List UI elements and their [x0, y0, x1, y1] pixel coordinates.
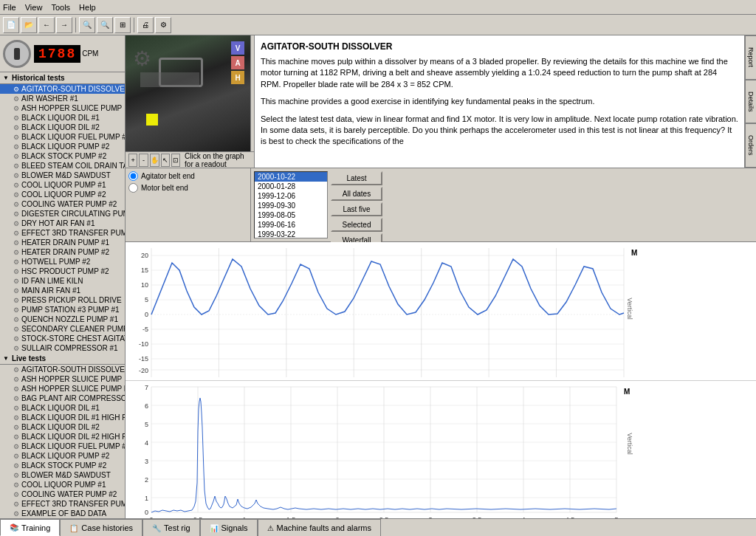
live-black-liq-dil2[interactable]: BLACK LIQUOR DIL #2	[0, 422, 125, 432]
live-bag-plant[interactable]: BAG PLANT AIR COMPRESSOR	[0, 394, 125, 403]
date-item-6[interactable]: 1999-03-22	[255, 230, 327, 238]
menu-tools[interactable]: Tools	[51, 3, 70, 12]
date-item-1[interactable]: 2000-01-28	[255, 182, 327, 191]
live-black-stock2[interactable]: BLACK STOCK PUMP #2	[0, 461, 125, 470]
live-tests-list: AGITATOR-SOUTH DISSOLVER ASH HOPPER SLUI…	[0, 365, 125, 518]
live-bad-data[interactable]: EXAMPLE OF BAD DATA	[0, 509, 125, 518]
back-button[interactable]: ←	[38, 17, 55, 33]
case-histories-icon: 📋	[69, 524, 78, 532]
open-button[interactable]: 📂	[21, 17, 37, 33]
tree-item-pump-station3[interactable]: PUMP STATION #3 PUMP #1	[0, 305, 125, 315]
report-tab[interactable]: Report	[745, 35, 756, 80]
live-black-liq-dil2-high[interactable]: BLACK LIQUOR DIL #2 HIGH RES	[0, 432, 125, 441]
tree-item-main-air[interactable]: MAIN AIR FAN #1	[0, 286, 125, 295]
svg-text:Vertical: Vertical	[626, 298, 633, 320]
svg-text:M: M	[631, 249, 637, 257]
live-tests-header[interactable]: Live tests	[0, 353, 125, 365]
orders-tab[interactable]: Orders	[745, 123, 756, 168]
tree-item-sullair[interactable]: SULLAIR COMPRESSOR #1	[0, 343, 125, 353]
tree-item-digester[interactable]: DIGESTER CIRCULATING PUMP.	[0, 209, 125, 219]
top-chart[interactable]: 20 15 10 5 0 -5 -10 -15 -20 0 0,05	[126, 242, 756, 381]
menu-view[interactable]: View	[25, 3, 43, 12]
live-blower-md[interactable]: BLOWER M&D SAWDUST	[0, 470, 125, 480]
tree-item-hotwell2[interactable]: HOTWELL PUMP #2	[0, 257, 125, 267]
tree-item-black-liq-dil1[interactable]: BLACK LIQUOR DIL #1	[0, 113, 125, 123]
img-zoom-out[interactable]: -	[139, 154, 148, 167]
tree-item-heater-drain2[interactable]: HEATER DRAIN PUMP #2	[0, 247, 125, 257]
belt-radio-motor[interactable]	[128, 183, 138, 193]
tab-training[interactable]: 📚 Training	[0, 519, 60, 536]
tree-item-black-liq-dil2[interactable]: BLACK LIQUOR DIL #2	[0, 123, 125, 132]
tree-item-agitator-south[interactable]: AGITATOR-SOUTH DISSOLVER	[0, 84, 125, 94]
menu-help[interactable]: Help	[79, 3, 96, 12]
latest-button[interactable]: Latest	[331, 171, 382, 185]
img-hand[interactable]: ✋	[150, 154, 159, 167]
menu-file[interactable]: File	[3, 3, 16, 12]
tree-item-black-liq-fuel2[interactable]: BLACK LIQUOR FUEL PUMP #2	[0, 132, 125, 142]
settings-button[interactable]: ⚙	[155, 17, 171, 33]
tree-item-secondary-cleaner[interactable]: SECONDARY CLEANER PUMP	[0, 324, 125, 334]
live-ash-hopper-high[interactable]: ASH HOPPER SLUICE PUMP HIGH	[0, 384, 125, 394]
vah-a-label: A	[231, 56, 244, 69]
date-item-0[interactable]: 2000-10-22	[255, 172, 327, 182]
tab-machine-faults[interactable]: ⚠ Machine faults and alarms	[258, 519, 381, 536]
selected-button[interactable]: Selected	[331, 218, 382, 232]
tab-case-histories[interactable]: 📋 Case histories	[60, 519, 142, 536]
zoom-fit-button[interactable]: ⊞	[114, 17, 131, 33]
live-agitator-south[interactable]: AGITATOR-SOUTH DISSOLVER	[0, 365, 125, 374]
tree-item-cool-liq2[interactable]: COOL LIQUOR PUMP #2	[0, 190, 125, 199]
img-select[interactable]: ↖	[161, 154, 170, 167]
date-item-5[interactable]: 1999-06-16	[255, 220, 327, 230]
tree-item-blower-md[interactable]: BLOWER M&D SAWDUST	[0, 171, 125, 180]
historical-tests-header[interactable]: Historical tests	[0, 72, 125, 84]
last-five-button[interactable]: Last five	[331, 202, 382, 216]
menubar: File View Tools Help	[0, 0, 756, 15]
details-tab[interactable]: Details	[745, 80, 756, 124]
tree-item-stock-store[interactable]: STOCK-STORE CHEST AGITAT0F	[0, 334, 125, 343]
tree-item-cooling-water2[interactable]: COOLING WATER PUMP #2	[0, 199, 125, 209]
bottom-chart[interactable]: 7 6 5 4 3 2 1 0 0 0,5 1 1,5	[126, 381, 756, 519]
belt-label-motor: Motor belt end	[141, 184, 188, 192]
zoom-out-button[interactable]: 🔍	[97, 17, 113, 33]
tree-item-quench[interactable]: QUENCH NOZZLE PUMP #1	[0, 315, 125, 324]
tree-item-id-fan[interactable]: ID FAN LIME KILN	[0, 276, 125, 286]
live-effect3rd[interactable]: EFFECT 3RD TRANSFER PUMP	[0, 499, 125, 509]
live-ash-hopper[interactable]: ASH HOPPER SLUICE PUMP	[0, 374, 125, 384]
live-black-liq-pump2[interactable]: BLACK LIQUOR PUMP #2	[0, 451, 125, 461]
zoom-in-button[interactable]: 🔍	[79, 17, 95, 33]
tab-signals[interactable]: 📊 Signals	[200, 519, 258, 536]
tree-item-dry-hot-air[interactable]: DRY HOT AIR FAN #1	[0, 219, 125, 228]
tree-item-black-liq-pump2[interactable]: BLACK LIQUOR PUMP #2	[0, 142, 125, 151]
belt-radio-agitator[interactable]	[128, 171, 138, 181]
print-button[interactable]: 🖨	[137, 17, 154, 33]
img-fit[interactable]: ⊡	[171, 154, 180, 167]
svg-text:0: 0	[149, 516, 153, 519]
tree-item-cool-liq1[interactable]: COOL LIQUOR PUMP #1	[0, 180, 125, 190]
new-button[interactable]: 📄	[3, 17, 19, 33]
tree-item-hsc-product2[interactable]: HSC PRODUCT PUMP #2	[0, 267, 125, 276]
tab-test-rig[interactable]: 🔧 Test rig	[142, 519, 199, 536]
tree-item-bleed-steam[interactable]: BLEED STEAM COIL DRAIN TANK	[0, 161, 125, 171]
img-zoom-in[interactable]: +	[128, 154, 137, 167]
live-cool-liq1[interactable]: COOL LIQUOR PUMP #1	[0, 480, 125, 489]
tree-item-air-washer[interactable]: AIR WASHER #1	[0, 94, 125, 103]
svg-text:2,5: 2,5	[379, 516, 389, 519]
tree-item-black-stock2[interactable]: BLACK STOCK PUMP #2	[0, 151, 125, 161]
live-black-liq-dil1[interactable]: BLACK LIQUOR DIL #1	[0, 403, 125, 413]
date-item-3[interactable]: 1999-09-30	[255, 201, 327, 210]
tree-item-ash-hopper-sluice[interactable]: ASH HOPPER SLUICE PUMP	[0, 103, 125, 113]
date-buttons: Latest All dates Last five Selected Wate…	[331, 171, 382, 238]
date-item-4[interactable]: 1999-08-05	[255, 210, 327, 220]
tree-item-heater-drain1[interactable]: HEATER DRAIN PUMP #1	[0, 238, 125, 247]
date-item-2[interactable]: 1999-12-06	[255, 191, 327, 201]
vah-h-label: H	[231, 71, 244, 84]
vah-labels: V A H	[231, 41, 244, 84]
all-dates-button[interactable]: All dates	[331, 187, 382, 201]
live-black-liq-fuel2[interactable]: BLACK LIQUOR FUEL PUMP #2	[0, 441, 125, 451]
forward-button[interactable]: →	[56, 17, 72, 33]
live-cooling-water2[interactable]: COOLING WATER PUMP #2	[0, 489, 125, 499]
svg-text:0,5: 0,5	[193, 516, 203, 519]
tree-item-effect3rd[interactable]: EFFECT 3RD TRANSFER PUMP	[0, 228, 125, 238]
live-black-liq-dil1-high[interactable]: BLACK LIQUOR DIL #1 HIGH RES	[0, 413, 125, 422]
tree-item-press-pickup[interactable]: PRESS PICKUP ROLL DRIVE	[0, 295, 125, 305]
